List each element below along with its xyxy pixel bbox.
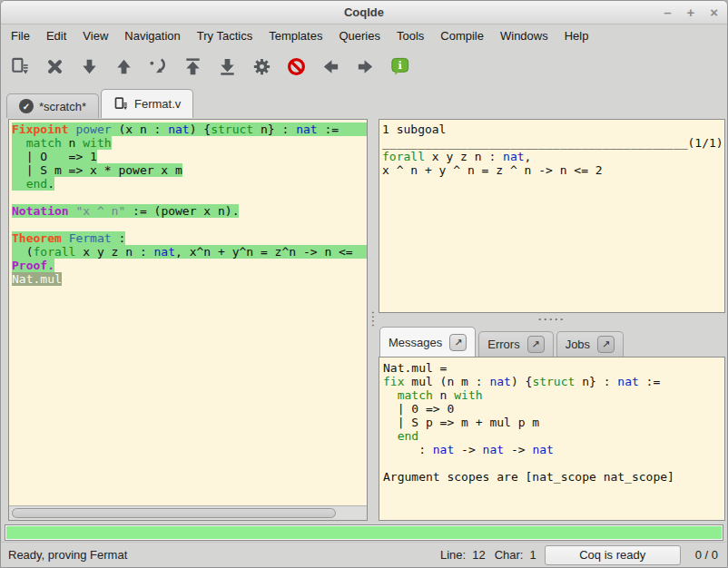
code-line: [12, 218, 367, 231]
code-line: (forall x y z n : nat, x^n + y^n = z^n -…: [12, 245, 367, 259]
window-controls: – + ×: [664, 1, 718, 24]
editor-hscrollbar[interactable]: [9, 505, 367, 520]
status-message: Ready, proving Fermat: [8, 548, 431, 562]
code-line: match n with: [383, 388, 724, 402]
message-tab-bar: Messages ↗ Errors ↗ Jobs ↗: [379, 325, 725, 357]
detach-jobs-button[interactable]: ↗: [597, 336, 615, 353]
script-editor[interactable]: Fixpoint power (x n : nat) {struct n} : …: [9, 120, 367, 505]
messages-view: Nat.mul =fix mul (n m : nat) {struct n} …: [379, 357, 724, 484]
backward-one-button[interactable]: [112, 54, 136, 79]
detach-icon: ↗: [532, 338, 540, 350]
menu-item-help[interactable]: Help: [556, 26, 597, 45]
code-line: fix mul (n m : nat) {struct n} : nat :=: [383, 375, 724, 388]
goto-point-button[interactable]: [146, 54, 171, 79]
tab-scratch-label: *scratch*: [39, 100, 86, 113]
code-line: | S m => x * power x m: [12, 163, 367, 177]
close-buffer-button[interactable]: [43, 54, 67, 79]
slave-counter: 0 / 0: [695, 548, 718, 562]
toolbar: i: [1, 46, 727, 86]
about-button[interactable]: i: [388, 54, 412, 79]
detach-errors-button[interactable]: ↗: [527, 336, 545, 353]
tab-fermat[interactable]: Fermat.v: [101, 89, 193, 118]
editor-hscrollbar-thumb[interactable]: [12, 508, 336, 518]
tab-errors[interactable]: Errors ↗: [478, 331, 553, 357]
code-line: forall x y z n : nat,: [382, 150, 724, 163]
goto-cursor-button[interactable]: [8, 54, 33, 79]
char-value: 1: [529, 548, 536, 562]
code-line: | 0 => 0: [383, 402, 724, 416]
menu-item-file[interactable]: File: [3, 26, 38, 45]
code-line: end.: [12, 177, 367, 191]
menu-item-view[interactable]: View: [74, 26, 116, 45]
minimize-button[interactable]: –: [664, 5, 671, 19]
make-button[interactable]: [250, 54, 274, 79]
code-line: end: [383, 429, 724, 443]
detach-icon: ↗: [454, 337, 462, 348]
previous-button[interactable]: [319, 54, 343, 79]
forward-one-button[interactable]: [77, 54, 102, 79]
menu-item-edit[interactable]: Edit: [38, 26, 74, 45]
code-line: ________________________________________…: [382, 136, 724, 150]
arrow-bottom-icon: [217, 56, 238, 77]
code-line: Nat.mul: [12, 272, 367, 286]
window-title: CoqIde: [344, 5, 384, 19]
menu-item-compile[interactable]: Compile: [432, 26, 492, 45]
detach-icon: ↗: [602, 338, 610, 350]
coqide-window: CoqIde – + × File Edit View Navigation T…: [0, 0, 728, 568]
go-to-start-button[interactable]: [181, 54, 205, 79]
vertical-splitter[interactable]: ····: [368, 119, 379, 521]
info-icon: i: [389, 56, 410, 77]
maximize-button[interactable]: +: [686, 5, 694, 19]
line-value: 12: [472, 548, 485, 562]
code-line: [383, 456, 724, 470]
buffer-icon: [113, 96, 129, 112]
tab-scratch[interactable]: ✓ *scratch*: [6, 93, 99, 118]
code-line: Proof.: [12, 259, 367, 272]
code-line: | O => 1: [12, 150, 367, 163]
line-label: Line:: [440, 548, 466, 562]
code-line: Nat.mul =: [383, 361, 724, 375]
interrupt-button[interactable]: [284, 54, 309, 79]
menu-item-navigation[interactable]: Navigation: [116, 26, 188, 45]
tab-messages-label: Messages: [389, 336, 442, 349]
arrow-left-icon: [320, 56, 341, 77]
tab-jobs[interactable]: Jobs ↗: [556, 331, 624, 357]
check-circle-icon: ✓: [19, 99, 34, 113]
x-icon: [44, 56, 65, 77]
go-to-end-button[interactable]: [215, 54, 240, 79]
menu-item-try-tactics[interactable]: Try Tactics: [189, 26, 261, 45]
progress-bar-fill: [6, 526, 722, 539]
close-button[interactable]: ×: [710, 5, 718, 19]
goals-pane: 1 subgoal_______________________________…: [379, 119, 725, 313]
menu-item-templates[interactable]: Templates: [261, 26, 330, 45]
gear-icon: [251, 56, 272, 77]
code-line: x ^ n + y ^ n = z ^ n -> n <= 2: [382, 163, 724, 177]
horizontal-splitter[interactable]: ·····: [379, 313, 725, 325]
code-line: Fixpoint power (x n : nat) {struct n} : …: [12, 122, 367, 136]
right-column: 1 subgoal_______________________________…: [379, 119, 725, 521]
splitter-dots: ·····: [538, 313, 566, 326]
arrow-right-icon: [355, 56, 376, 77]
detach-messages-button[interactable]: ↗: [449, 334, 467, 351]
arrow-top-icon: [182, 56, 203, 77]
tab-errors-label: Errors: [487, 338, 519, 351]
code-line: Theorem Fermat :: [12, 231, 367, 245]
code-line: 1 subgoal: [382, 122, 724, 136]
menu-item-windows[interactable]: Windows: [492, 26, 556, 45]
forbidden-icon: [286, 56, 307, 77]
editor-tab-bar: ✓ *scratch* Fermat.v: [1, 86, 727, 118]
code-line: Notation "x ^ n" := (power x n).: [12, 204, 367, 218]
status-bar: Ready, proving Fermat Line: 12 Char: 1 C…: [1, 542, 727, 567]
main-area: Fixpoint power (x n : nat) {struct n} : …: [1, 118, 727, 523]
menu-item-queries[interactable]: Queries: [330, 26, 389, 45]
code-line: Argument scopes are [nat_scope nat_scope…: [383, 470, 724, 484]
coq-state-indicator[interactable]: Coq is ready: [545, 545, 681, 565]
buffer-arrow-icon: [10, 56, 31, 77]
arrow-down-icon: [79, 56, 100, 77]
title-bar[interactable]: CoqIde – + ×: [1, 1, 727, 24]
menu-item-tools[interactable]: Tools: [389, 26, 432, 45]
goals-view: 1 subgoal_______________________________…: [379, 120, 724, 177]
next-button[interactable]: [353, 54, 378, 79]
progress-bar: [5, 524, 723, 541]
tab-messages[interactable]: Messages ↗: [379, 327, 476, 357]
